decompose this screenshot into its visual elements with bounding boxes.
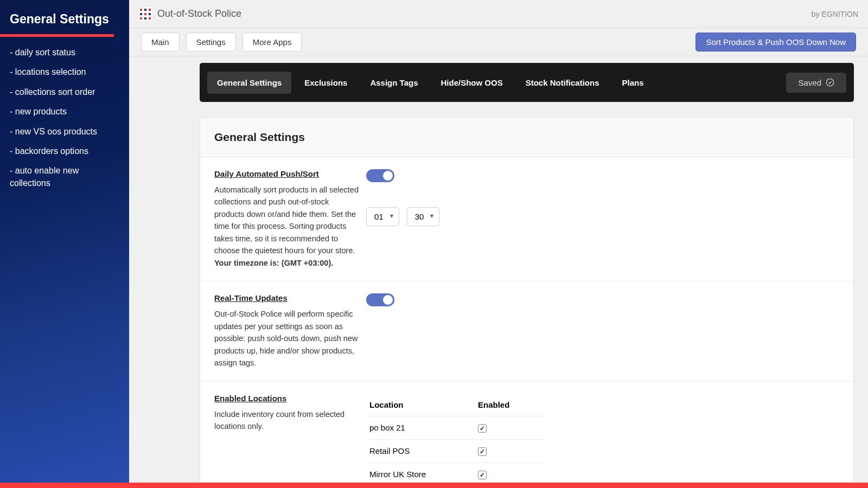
table-row: Mirror UK Store — [366, 463, 545, 483]
sidebar-item-daily-sort-status[interactable]: - daily sort status — [10, 47, 119, 59]
locations-table-head: Location Enabled — [366, 394, 545, 416]
saved-indicator: Saved — [786, 73, 846, 93]
location-name: po box 21 — [369, 423, 478, 433]
toolbar: Main Settings More Apps Sort Products & … — [129, 28, 868, 56]
tab-plans[interactable]: Plans — [612, 72, 654, 94]
sort-now-button[interactable]: Sort Products & Push OOS Down Now — [695, 33, 856, 52]
realtime-desc: Out-of-Stock Police will perform specifi… — [214, 308, 360, 369]
daily-sort-time: 01 30 — [366, 207, 839, 226]
location-name: Retail POS — [369, 446, 478, 456]
svg-rect-2 — [144, 9, 146, 11]
tab-assign-tags[interactable]: Assign Tags — [360, 72, 427, 94]
sidebar-item-new-products[interactable]: - new products — [10, 106, 119, 118]
realtime-toggle[interactable] — [366, 293, 394, 306]
svg-rect-1 — [140, 9, 142, 11]
table-row: Retail POS — [366, 440, 545, 463]
daily-sort-timezone: Your timezone is: (GMT +03:00). — [214, 259, 333, 267]
location-name: Mirror UK Store — [369, 470, 478, 479]
content: General Settings Exclusions Assign Tags … — [129, 56, 868, 483]
location-enabled-checkbox[interactable] — [478, 471, 487, 479]
svg-rect-6 — [149, 13, 151, 15]
by-line: by EGNITION — [812, 10, 858, 18]
daily-sort-toggle[interactable] — [366, 169, 394, 182]
topbar: Out-of-Stock Police by EGNITION — [129, 0, 868, 28]
location-enabled-checkbox[interactable] — [478, 424, 487, 433]
app-logo-icon — [139, 8, 152, 21]
saved-label: Saved — [798, 78, 821, 87]
col-enabled: Enabled — [478, 400, 542, 409]
realtime-title[interactable]: Real-Time Updates — [214, 293, 360, 303]
locations-table: Location Enabled po box 21 Retail POS — [366, 394, 545, 483]
locations-title[interactable]: Enabled Locations — [214, 394, 360, 403]
sidebar: General Settings - daily sort status - l… — [0, 0, 129, 483]
sidebar-item-collections-sort-order[interactable]: - collections sort order — [10, 86, 119, 98]
table-row: po box 21 — [366, 416, 545, 440]
main-button[interactable]: Main — [141, 33, 180, 52]
tab-hide-show-oos[interactable]: Hide/Show OOS — [431, 72, 512, 94]
sidebar-title: General Settings — [0, 12, 129, 34]
section-locations: Enabled Locations Include inventory coun… — [200, 382, 853, 483]
check-circle-icon — [826, 78, 834, 87]
tab-exclusions[interactable]: Exclusions — [295, 72, 357, 94]
daily-sort-title[interactable]: Daily Automated Push/Sort — [214, 169, 360, 178]
svg-rect-5 — [144, 13, 146, 15]
sidebar-item-backorders-options[interactable]: - backorders options — [10, 145, 119, 157]
sidebar-item-new-vs-oos-products[interactable]: - new VS oos products — [10, 126, 119, 138]
svg-rect-4 — [140, 13, 142, 15]
svg-rect-8 — [144, 17, 146, 20]
svg-rect-7 — [140, 17, 142, 20]
location-enabled-checkbox[interactable] — [478, 447, 487, 456]
main: Out-of-Stock Police by EGNITION Main Set… — [129, 0, 868, 483]
svg-rect-3 — [149, 9, 151, 11]
sidebar-links: - daily sort status - locations selectio… — [0, 37, 129, 207]
locations-desc: Include inventory count from selected lo… — [214, 408, 360, 433]
hour-select[interactable]: 01 — [366, 207, 399, 226]
daily-sort-desc: Automatically sort products in all selec… — [214, 184, 360, 269]
col-location: Location — [369, 400, 478, 409]
settings-button[interactable]: Settings — [186, 33, 236, 52]
sidebar-item-auto-enable-new-collections[interactable]: - auto enable new collections — [10, 165, 119, 189]
sidebar-item-locations-selection[interactable]: - locations selection — [10, 66, 119, 78]
minute-select[interactable]: 30 — [407, 207, 440, 226]
more-apps-button[interactable]: More Apps — [242, 33, 302, 52]
section-realtime: Real-Time Updates Out-of-Stock Police wi… — [200, 281, 853, 381]
section-daily-sort: Daily Automated Push/Sort Automatically … — [200, 157, 853, 281]
settings-panel: General Settings Daily Automated Push/So… — [200, 117, 854, 483]
tab-stock-notifications[interactable]: Stock Notifications — [516, 72, 609, 94]
tab-general-settings[interactable]: General Settings — [207, 72, 291, 94]
bottom-accent-bar — [0, 483, 868, 488]
app-name: Out-of-Stock Police — [157, 8, 241, 20]
tabbar: General Settings Exclusions Assign Tags … — [200, 63, 854, 102]
svg-point-10 — [826, 79, 833, 86]
svg-rect-9 — [149, 17, 151, 20]
panel-title: General Settings — [200, 118, 853, 157]
